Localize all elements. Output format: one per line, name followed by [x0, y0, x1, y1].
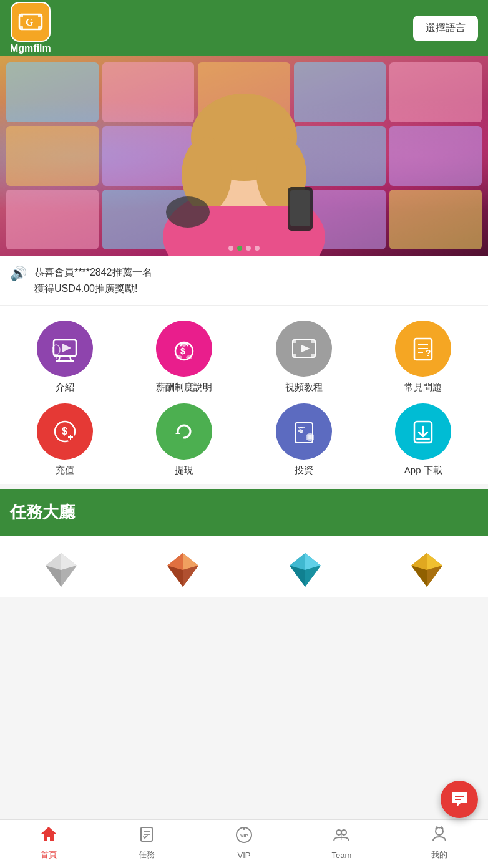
topup-item[interactable]: $ 充值 [7, 403, 122, 476]
svg-text:?: ? [426, 348, 431, 358]
svg-rect-4 [38, 14, 42, 17]
notification-bar: 🔊 恭喜會員****2842推薦一名獲得USD4.00推廣獎勵! [0, 256, 488, 306]
logo-text: Mgmfilm [10, 43, 51, 54]
svg-rect-3 [19, 26, 23, 29]
appdown-icon-circle [395, 403, 451, 460]
svg-rect-31 [311, 340, 315, 343]
svg-marker-33 [301, 345, 310, 352]
svg-rect-29 [293, 340, 296, 343]
svg-text:$: $ [299, 425, 304, 435]
svg-point-26 [176, 355, 182, 359]
svg-point-25 [182, 343, 186, 347]
salary-icon-circle: $ [156, 321, 212, 377]
svg-marker-20 [62, 344, 71, 352]
svg-text:G: G [26, 17, 34, 27]
video-label: 視頻教程 [285, 382, 323, 393]
withdraw-item[interactable]: 提現 [127, 403, 242, 476]
faq-icon-circle: ? [395, 321, 451, 377]
svg-point-51 [306, 433, 314, 437]
notification-text: 恭喜會員****2842推薦一名獲得USD4.00推廣獎勵! [34, 264, 152, 296]
language-button[interactable]: 選擇語言 [413, 16, 478, 41]
banner-dots [228, 246, 260, 251]
topup-icon-circle: $ [37, 403, 93, 460]
salary-item[interactable]: $ 薪酬制度說明 [127, 321, 242, 393]
intro-icon-circle [37, 321, 93, 377]
diamond-cyan [283, 548, 327, 592]
banner [0, 56, 488, 256]
invest-item[interactable]: $ 投資 [246, 403, 361, 476]
dot-1 [228, 246, 233, 251]
svg-rect-32 [311, 354, 315, 357]
svg-rect-30 [293, 354, 296, 357]
svg-rect-2 [19, 14, 23, 17]
video-item[interactable]: 視頻教程 [246, 321, 361, 393]
svg-point-27 [186, 355, 192, 359]
dot-3 [246, 246, 251, 251]
task-hall-title: 任務大廳 [10, 503, 75, 521]
svg-rect-5 [38, 26, 42, 29]
appdown-item[interactable]: App 下載 [366, 403, 481, 476]
topup-label: 充值 [56, 465, 74, 476]
icon-grid: 介紹 $ 薪酬制度說明 [0, 306, 488, 484]
diamond-row [0, 536, 488, 597]
diamond-gold [405, 548, 449, 592]
invest-label: 投資 [295, 465, 313, 476]
faq-item[interactable]: ? 常見問題 [366, 321, 481, 393]
diamond-orange [161, 548, 205, 592]
svg-text:$: $ [62, 426, 67, 436]
intro-item[interactable]: 介紹 [7, 321, 122, 393]
speaker-icon: 🔊 [10, 266, 27, 282]
dot-4 [255, 246, 260, 251]
logo-container: G Mgmfilm [10, 2, 51, 54]
appdown-label: App 下載 [404, 465, 442, 476]
salary-label: 薪酬制度說明 [156, 382, 212, 393]
faq-label: 常見問題 [404, 382, 442, 393]
video-icon-circle [276, 321, 332, 377]
withdraw-icon-circle [156, 403, 212, 460]
task-hall: 任務大廳 [0, 489, 488, 536]
header: G Mgmfilm 選擇語言 [0, 0, 488, 56]
svg-point-15 [166, 196, 210, 228]
svg-text:$: $ [180, 346, 185, 356]
invest-icon-circle: $ [276, 403, 332, 460]
intro-label: 介紹 [56, 382, 74, 393]
diamond-silver [39, 548, 83, 592]
banner-person [138, 62, 350, 256]
logo-icon: G [11, 2, 51, 42]
svg-rect-14 [290, 190, 310, 226]
withdraw-label: 提現 [175, 465, 193, 476]
dot-2 [237, 246, 242, 251]
